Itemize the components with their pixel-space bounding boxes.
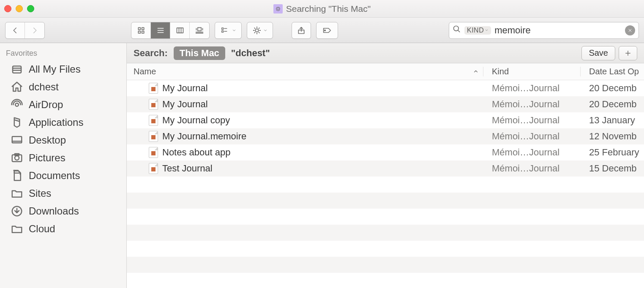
forward-button[interactable] bbox=[25, 22, 44, 38]
search-scope-bar: Search: This Mac "dchest" Save bbox=[127, 43, 644, 63]
file-kind: Mémoi…Journal bbox=[483, 83, 581, 94]
sidebar-item-apps[interactable]: Applications bbox=[0, 114, 126, 131]
sidebar-item-folder[interactable]: Cloud bbox=[0, 220, 126, 238]
folder-icon bbox=[10, 223, 24, 235]
scope-this-mac[interactable]: This Mac bbox=[174, 46, 225, 60]
window-title: Searching "This Mac" bbox=[0, 4, 644, 14]
sidebar-item-label: AirDrop bbox=[29, 99, 63, 111]
document-icon bbox=[149, 163, 158, 174]
sidebar: Favorites All My FilesdchestAirDropAppli… bbox=[0, 43, 127, 288]
sort-indicator-icon bbox=[473, 67, 479, 76]
add-criteria-button[interactable] bbox=[619, 46, 637, 60]
file-list: My JournalMémoi…Journal20 DecembMy Journ… bbox=[127, 80, 644, 288]
file-kind: Mémoi…Journal bbox=[483, 147, 581, 158]
file-row[interactable]: My JournalMémoi…Journal20 Decemb bbox=[127, 80, 644, 96]
svg-point-22 bbox=[325, 30, 326, 31]
file-kind: Mémoi…Journal bbox=[483, 99, 581, 110]
nav-buttons bbox=[5, 22, 45, 39]
pictures-icon bbox=[10, 152, 24, 164]
clear-search-button[interactable] bbox=[625, 25, 635, 35]
file-row[interactable]: My Journal copyMémoi…Journal13 January bbox=[127, 112, 644, 128]
svg-rect-11 bbox=[198, 27, 201, 31]
downloads-icon bbox=[10, 205, 24, 217]
column-date[interactable]: Date Last Op bbox=[581, 67, 644, 76]
file-row[interactable]: Test JournalMémoi…Journal15 Decemb bbox=[127, 160, 644, 177]
zoom-window-button[interactable] bbox=[27, 5, 34, 12]
smart-folder-icon bbox=[273, 4, 283, 14]
folder-icon bbox=[10, 187, 24, 200]
sidebar-item-desktop[interactable]: Desktop bbox=[0, 131, 126, 149]
action-button[interactable] bbox=[247, 22, 273, 39]
column-view-button[interactable] bbox=[170, 22, 190, 38]
file-row[interactable]: My JournalMémoi…Journal20 Decemb bbox=[127, 96, 644, 112]
save-search-button[interactable]: Save bbox=[581, 46, 615, 60]
scope-folder[interactable]: "dchest" bbox=[231, 48, 270, 59]
search-input[interactable] bbox=[494, 25, 622, 36]
column-name[interactable]: Name bbox=[127, 67, 483, 76]
svg-rect-27 bbox=[13, 66, 21, 73]
close-window-button[interactable] bbox=[4, 5, 11, 12]
file-date: 20 Decemb bbox=[581, 99, 644, 110]
svg-rect-2 bbox=[142, 27, 144, 30]
svg-rect-17 bbox=[222, 30, 224, 32]
empty-row bbox=[127, 193, 644, 209]
sidebar-item-label: Documents bbox=[29, 170, 80, 182]
sidebar-item-airdrop[interactable]: AirDrop bbox=[0, 96, 126, 114]
file-date: 13 January bbox=[581, 115, 644, 126]
titlebar: Searching "This Mac" bbox=[0, 0, 644, 18]
arrange-button[interactable] bbox=[215, 22, 242, 39]
document-icon bbox=[149, 115, 158, 126]
file-kind: Mémoi…Journal bbox=[483, 131, 581, 142]
sidebar-item-all-files[interactable]: All My Files bbox=[0, 60, 126, 78]
svg-rect-3 bbox=[138, 31, 140, 33]
save-label: Save bbox=[589, 48, 608, 58]
file-name: My Journal bbox=[162, 99, 208, 110]
sidebar-item-pictures[interactable]: Pictures bbox=[0, 149, 126, 167]
file-date: 25 February bbox=[581, 147, 644, 158]
sidebar-item-label: Pictures bbox=[29, 152, 65, 164]
file-row[interactable]: Notes about appMémoi…Journal25 February bbox=[127, 144, 644, 160]
sidebar-item-label: Desktop bbox=[29, 134, 66, 146]
svg-point-34 bbox=[15, 156, 19, 160]
sidebar-item-home[interactable]: dchest bbox=[0, 78, 126, 96]
file-date: 15 Decemb bbox=[581, 163, 644, 174]
list-view-button[interactable] bbox=[151, 22, 170, 38]
window-controls bbox=[4, 5, 34, 12]
svg-point-30 bbox=[15, 103, 19, 106]
file-name: My Journal bbox=[162, 83, 208, 94]
file-name: My Journal copy bbox=[162, 115, 230, 126]
main-panel: Search: This Mac "dchest" Save Name Kind… bbox=[127, 43, 644, 288]
svg-line-24 bbox=[458, 30, 460, 32]
home-icon bbox=[10, 81, 24, 93]
share-button[interactable] bbox=[292, 22, 311, 39]
airdrop-icon bbox=[10, 98, 24, 111]
apps-icon bbox=[10, 116, 24, 129]
sidebar-item-downloads[interactable]: Downloads bbox=[0, 202, 126, 220]
document-icon bbox=[149, 147, 158, 158]
search-kind-token[interactable]: KIND bbox=[464, 26, 491, 35]
svg-rect-8 bbox=[177, 28, 183, 33]
desktop-icon bbox=[10, 134, 24, 147]
coverflow-view-button[interactable] bbox=[190, 22, 209, 38]
file-row[interactable]: My Journal.memoireMémoi…Journal12 Novemb bbox=[127, 128, 644, 144]
file-name: Test Journal bbox=[162, 163, 213, 174]
svg-point-0 bbox=[277, 8, 279, 10]
empty-row bbox=[127, 241, 644, 257]
sidebar-item-label: Sites bbox=[29, 187, 51, 199]
svg-rect-4 bbox=[142, 31, 144, 33]
all-files-icon bbox=[10, 63, 24, 76]
svg-rect-16 bbox=[222, 28, 224, 30]
empty-row bbox=[127, 209, 644, 225]
sidebar-item-folder[interactable]: Sites bbox=[0, 185, 126, 202]
column-kind[interactable]: Kind bbox=[483, 67, 581, 76]
sidebar-item-documents[interactable]: Documents bbox=[0, 167, 126, 185]
document-icon bbox=[149, 99, 158, 110]
sidebar-item-label: Cloud bbox=[29, 223, 55, 235]
icon-view-button[interactable] bbox=[131, 22, 151, 38]
minimize-window-button[interactable] bbox=[16, 5, 23, 12]
back-button[interactable] bbox=[5, 22, 25, 38]
document-icon bbox=[149, 131, 158, 142]
column-name-label: Name bbox=[134, 67, 156, 76]
search-field[interactable]: KIND bbox=[449, 22, 639, 39]
tags-button[interactable] bbox=[316, 22, 338, 39]
